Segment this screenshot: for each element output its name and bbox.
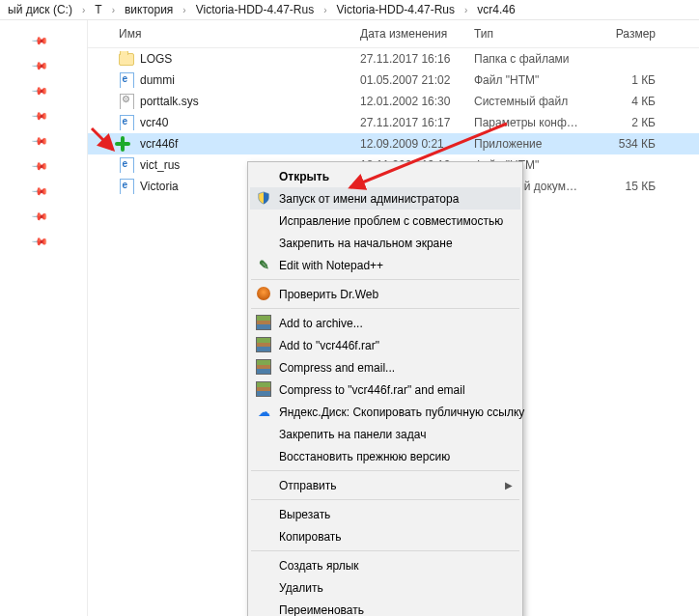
menu-item-label: Создать ярлык bbox=[279, 559, 359, 573]
menu-item[interactable]: Открыть bbox=[250, 165, 520, 187]
menu-item-label: Edit with Notepad++ bbox=[279, 259, 383, 272]
menu-separator bbox=[251, 550, 519, 551]
pin-icon: 📌 bbox=[30, 106, 48, 125]
file-name: porttalk.sys bbox=[140, 95, 199, 108]
menu-item[interactable]: Запуск от имени администратора bbox=[250, 187, 520, 210]
menu-item-label: Compress and email... bbox=[279, 361, 395, 375]
drweb-icon bbox=[256, 286, 271, 301]
header-date[interactable]: Дата изменения bbox=[360, 27, 474, 41]
menu-item[interactable]: Проверить Dr.Web bbox=[250, 283, 520, 305]
menu-item[interactable]: Восстановить прежнюю версию bbox=[250, 445, 520, 467]
file-type: Приложение bbox=[474, 137, 588, 151]
pin-icon: 📌 bbox=[30, 31, 48, 49]
file-date: 27.11.2017 16:16 bbox=[360, 52, 474, 66]
menu-item[interactable]: Отправить▶ bbox=[250, 474, 520, 496]
menu-item[interactable]: Исправление проблем с совместимостью bbox=[250, 210, 520, 232]
crumb[interactable]: T bbox=[93, 1, 103, 18]
file-name: dummi bbox=[140, 73, 175, 87]
menu-item[interactable]: Add to "vcr446f.rar" bbox=[250, 334, 520, 356]
crumb[interactable]: vcr4.46 bbox=[475, 1, 517, 18]
menu-item-label: Яндекс.Диск: Скопировать публичную ссылк… bbox=[279, 406, 524, 419]
file-name: vcr40 bbox=[140, 116, 168, 129]
menu-item-label: Add to "vcr446f.rar" bbox=[279, 339, 379, 352]
menu-separator bbox=[251, 308, 519, 309]
pin-icon: 📌 bbox=[30, 81, 48, 99]
crumb[interactable]: Victoria-HDD-4.47-Rus bbox=[194, 1, 316, 18]
shield-icon bbox=[256, 190, 271, 206]
header-name[interactable]: Имя bbox=[88, 27, 360, 41]
file-row[interactable]: LOGS27.11.2017 16:16Папка с файлами bbox=[88, 48, 699, 70]
menu-item[interactable]: ✎Edit with Notepad++ bbox=[250, 254, 520, 276]
pin-icon: 📌 bbox=[30, 207, 48, 225]
column-headers: Имя Дата изменения Тип Размер bbox=[88, 20, 699, 48]
menu-item[interactable]: Создать ярлык bbox=[250, 554, 520, 576]
winrar-icon bbox=[256, 381, 271, 397]
chevron-right-icon: › bbox=[320, 5, 330, 15]
file-row[interactable]: vcr4027.11.2017 16:17Параметры конф…2 КБ bbox=[88, 112, 699, 133]
file-size: 534 КБ bbox=[588, 137, 665, 151]
menu-item-label: Проверить Dr.Web bbox=[279, 288, 378, 301]
header-size[interactable]: Размер bbox=[588, 27, 665, 41]
menu-item-label: Удалить bbox=[279, 581, 323, 595]
file-date: 27.11.2017 16:17 bbox=[360, 116, 474, 129]
explorer-window: ый диск (C:)› T› виктория› Victoria-HDD-… bbox=[0, 0, 699, 616]
menu-separator bbox=[251, 499, 519, 500]
menu-separator bbox=[251, 470, 519, 471]
menu-item-label: Add to archive... bbox=[279, 317, 363, 330]
crumb[interactable]: Victoria-HDD-4.47-Rus bbox=[335, 1, 457, 18]
chevron-right-icon: ▶ bbox=[505, 480, 513, 490]
menu-item-label: Запуск от имени администратора bbox=[279, 192, 459, 206]
file-row[interactable]: vcr446f12.09.2009 0:21Приложение534 КБ bbox=[88, 133, 699, 154]
file-type: Файл "HTM" bbox=[474, 73, 588, 87]
file-size: 15 КБ bbox=[588, 180, 665, 193]
menu-item[interactable]: Закрепить на начальном экране bbox=[250, 232, 520, 254]
menu-item-label: Вырезать bbox=[279, 508, 330, 521]
menu-item-label: Закрепить на панели задач bbox=[279, 428, 426, 441]
file-name: vict_rus bbox=[140, 158, 180, 172]
crumb[interactable]: ый диск (C:) bbox=[6, 1, 74, 18]
chevron-right-icon: › bbox=[179, 5, 189, 15]
breadcrumb[interactable]: ый диск (C:)› T› виктория› Victoria-HDD-… bbox=[0, 0, 699, 20]
chevron-right-icon: › bbox=[78, 5, 89, 15]
menu-item[interactable]: Compress and email... bbox=[250, 356, 520, 378]
menu-item[interactable]: Закрепить на панели задач bbox=[250, 423, 520, 445]
crumb[interactable]: виктория bbox=[123, 1, 175, 18]
file-date: 12.09.2009 0:21 bbox=[360, 137, 474, 151]
menu-item[interactable]: Переименовать bbox=[250, 599, 520, 616]
quick-access-sidebar: 📌 📌 📌 📌 📌 📌 📌 📌 📌 bbox=[0, 20, 88, 616]
menu-item[interactable]: Вырезать bbox=[250, 503, 520, 525]
pin-icon: 📌 bbox=[30, 232, 48, 250]
menu-item[interactable]: Compress to "vcr446f.rar" and email bbox=[250, 378, 520, 401]
file-size: 1 КБ bbox=[588, 73, 665, 87]
pin-icon: 📌 bbox=[30, 156, 48, 175]
winrar-icon bbox=[256, 359, 271, 375]
winrar-icon bbox=[256, 315, 271, 330]
file-row[interactable]: dummi01.05.2007 21:02Файл "HTM"1 КБ bbox=[88, 70, 699, 91]
file-list: Имя Дата изменения Тип Размер LOGS27.11.… bbox=[88, 20, 699, 616]
file-name: Victoria bbox=[140, 180, 179, 193]
file-type: Системный файл bbox=[474, 95, 588, 108]
menu-item[interactable]: Копировать bbox=[250, 525, 520, 547]
menu-separator bbox=[251, 279, 519, 280]
menu-item-label: Восстановить прежнюю версию bbox=[279, 450, 450, 463]
notepadpp-icon: ✎ bbox=[256, 257, 271, 272]
file-row[interactable]: porttalk.sys12.01.2002 16:30Системный фа… bbox=[88, 91, 699, 112]
file-date: 12.01.2002 16:30 bbox=[360, 95, 474, 108]
menu-item-label: Закрепить на начальном экране bbox=[279, 237, 453, 250]
pin-icon: 📌 bbox=[30, 56, 48, 74]
header-type[interactable]: Тип bbox=[474, 27, 588, 41]
menu-item-label: Открыть bbox=[279, 170, 329, 183]
file-size: 2 КБ bbox=[588, 116, 665, 129]
menu-item-label: Переименовать bbox=[279, 603, 364, 617]
file-date: 01.05.2007 21:02 bbox=[360, 73, 474, 87]
file-size: 4 КБ bbox=[588, 95, 665, 108]
menu-item[interactable]: Add to archive... bbox=[250, 312, 520, 334]
menu-item-label: Копировать bbox=[279, 530, 342, 544]
menu-item-label: Отправить bbox=[279, 479, 337, 492]
file-name: LOGS bbox=[140, 52, 172, 66]
menu-item[interactable]: Удалить bbox=[250, 576, 520, 599]
menu-item-label: Исправление проблем с совместимостью bbox=[279, 214, 503, 228]
chevron-right-icon: › bbox=[461, 5, 471, 15]
menu-item-label: Compress to "vcr446f.rar" and email bbox=[279, 383, 465, 397]
menu-item[interactable]: ☁Яндекс.Диск: Скопировать публичную ссыл… bbox=[250, 401, 520, 423]
